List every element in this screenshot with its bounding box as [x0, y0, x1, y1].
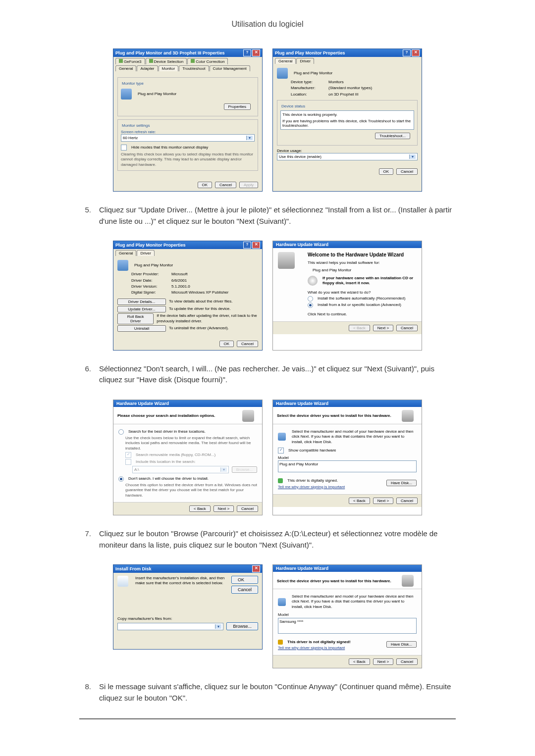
titlebar-text: Hardware Update Wizard	[113, 400, 262, 407]
wizard-subheading: Select the device driver you want to ins…	[277, 579, 402, 583]
browse-button[interactable]: Browse...	[226, 622, 258, 630]
tab-general[interactable]: General	[115, 65, 136, 71]
cancel-button[interactable]: Cancel	[396, 658, 418, 665]
hide-modes-label: Hide modes that this monitor cannot disp…	[131, 145, 208, 150]
radio-dont-search-help: Choose this option to select the device …	[125, 483, 257, 498]
refresh-rate-label: Screen refresh rate:	[121, 130, 255, 134]
refresh-rate-select[interactable]: 60 Hertz ▾	[121, 134, 255, 142]
help-icon[interactable]: ?	[403, 50, 411, 56]
model-item[interactable]: Samsung ****	[279, 619, 303, 624]
location-path-select[interactable]: A:\ ▾	[132, 466, 229, 473]
refresh-rate-value: 60 Hertz	[123, 136, 138, 140]
signing-link[interactable]: Tell me why driver signing is important	[278, 646, 351, 650]
help-icon[interactable]: ?	[243, 50, 251, 56]
radio-search[interactable]	[118, 429, 124, 435]
tab-general[interactable]: General	[275, 58, 296, 64]
signer-label: Digital Signer:	[131, 290, 168, 295]
apply-button[interactable]: Apply	[239, 182, 258, 188]
figure-row-4: Install From Disk ✕ Insert the manufactu…	[79, 564, 456, 668]
cancel-button[interactable]: Cancel	[396, 498, 418, 504]
wizard-device-name: Plug and Play Monitor	[313, 268, 417, 273]
properties-button[interactable]: Properties	[224, 103, 251, 110]
monitor-icon	[117, 260, 128, 271]
tab-monitor[interactable]: Monitor	[159, 65, 179, 71]
model-item[interactable]: Plug and Play Monitor	[279, 462, 318, 466]
show-compat-checkbox[interactable]	[278, 448, 284, 454]
step-8-text: Si le message suivant s'affiche, cliquez…	[99, 681, 456, 704]
troubleshoot-button[interactable]: Troubleshoot...	[375, 133, 410, 139]
browse-button[interactable]: Browse...	[232, 466, 257, 473]
checkbox-location[interactable]	[125, 459, 131, 465]
close-icon[interactable]: ✕	[252, 50, 260, 56]
checkbox-removable[interactable]	[125, 452, 131, 458]
ok-button[interactable]: OK	[379, 168, 394, 175]
back-button[interactable]: < Back	[189, 505, 211, 512]
radio-list[interactable]	[308, 302, 313, 308]
step-6-text: Sélectionnez "Don't search, I will... (N…	[99, 363, 456, 386]
driver-details-button[interactable]: Driver Details...	[117, 299, 166, 305]
device-usage-label: Device usage:	[277, 149, 418, 153]
back-button[interactable]: < Back	[349, 498, 370, 504]
tab-geforce3[interactable]: GeForce3	[115, 58, 145, 64]
chevron-down-icon: ▾	[215, 624, 221, 629]
hide-modes-checkbox[interactable]	[121, 145, 127, 151]
radio-dont-search[interactable]	[118, 476, 124, 482]
titlebar-text: Hardware Update Wizard	[273, 241, 422, 248]
tab-troubleshoot[interactable]: Troubleshoot	[179, 65, 209, 71]
wizard-welcome-heading: Welcome to the Hardware Update Wizard	[308, 252, 417, 257]
figure-row-2: Plug and Play Monitor Properties ? ✕ Gen…	[79, 241, 456, 351]
cancel-button[interactable]: Cancel	[237, 341, 258, 347]
roll-back-button[interactable]: Roll Back Driver	[117, 313, 154, 324]
model-heading: Model	[278, 612, 417, 617]
device-type-label: Device type:	[291, 80, 325, 85]
tab-color-correction[interactable]: Color Correction	[187, 58, 228, 64]
ok-button[interactable]: OK	[198, 182, 213, 188]
tab-driver[interactable]: Driver	[296, 58, 314, 64]
model-listbox[interactable]: Plug and Play Monitor	[278, 460, 417, 472]
tab-color-management[interactable]: Color Management	[210, 65, 250, 71]
monitor-icon	[278, 598, 286, 606]
device-usage-select[interactable]: Use this device (enable) ▾	[277, 153, 418, 160]
next-button[interactable]: Next >	[214, 505, 234, 512]
have-disk-button[interactable]: Have Disk...	[386, 480, 417, 486]
model-listbox[interactable]: Samsung ****	[278, 618, 417, 634]
radio-list-label: Install from a list or specific location…	[318, 302, 401, 307]
close-icon[interactable]: ✕	[252, 242, 260, 249]
update-driver-button[interactable]: Update Driver...	[117, 306, 166, 312]
manufacturer-label: Manufacturer:	[291, 86, 325, 91]
next-button[interactable]: Next >	[373, 498, 393, 504]
cancel-button[interactable]: Cancel	[215, 182, 236, 188]
monitor-icon	[278, 433, 286, 441]
radio-auto[interactable]	[308, 296, 313, 302]
back-button[interactable]: < Back	[349, 658, 370, 665]
radio-search-label: Search for the best driver in these loca…	[128, 429, 206, 434]
ok-button[interactable]: OK	[219, 341, 234, 347]
next-button[interactable]: Next >	[373, 658, 393, 665]
back-button[interactable]: < Back	[349, 325, 370, 331]
uninstall-button[interactable]: Uninstall	[117, 325, 166, 332]
dialog-monitor-general: Plug and Play Monitor Properties ? ✕ Gen…	[272, 49, 422, 192]
cancel-button[interactable]: Cancel	[237, 505, 258, 512]
tab-adapter[interactable]: Adapter	[137, 65, 158, 71]
wizard-continue-text: Click Next to continue.	[308, 312, 417, 317]
close-icon[interactable]: ✕	[252, 565, 260, 572]
monitor-header: Plug and Play Monitor	[134, 263, 173, 268]
tab-device-selection[interactable]: Device Selection	[146, 58, 187, 64]
next-button[interactable]: Next >	[373, 325, 393, 331]
device-status-legend: Device status	[280, 104, 306, 108]
tab-driver[interactable]: Driver	[137, 250, 154, 256]
cancel-button[interactable]: Cancel	[396, 168, 418, 175]
tab-general[interactable]: General	[115, 250, 136, 256]
signing-link[interactable]: Tell me why driver signing is important	[278, 485, 345, 489]
cancel-button[interactable]: Cancel	[231, 586, 258, 594]
copy-path-select[interactable]: ▾	[117, 623, 223, 630]
version-label: Driver Version:	[131, 284, 168, 289]
location-value: on 3D Prophet III	[328, 92, 358, 97]
help-icon[interactable]: ?	[243, 242, 251, 249]
have-disk-button[interactable]: Have Disk...	[386, 641, 417, 648]
cancel-button[interactable]: Cancel	[396, 325, 418, 331]
ok-button[interactable]: OK	[231, 576, 258, 584]
close-icon[interactable]: ✕	[412, 50, 420, 56]
radio-dont-search-label: Don't search. I will choose the driver t…	[128, 476, 209, 481]
copy-from-label: Copy manufacturer's files from:	[117, 616, 258, 621]
